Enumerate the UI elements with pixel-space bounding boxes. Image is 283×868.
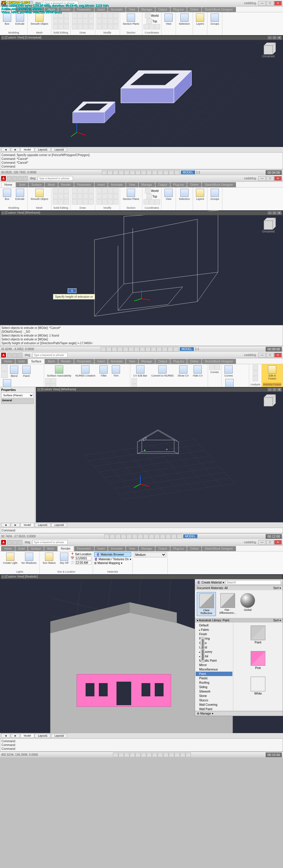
canvas-house-wire[interactable] [36, 387, 283, 522]
time-input[interactable] [75, 561, 91, 565]
status-toggle-icon[interactable] [106, 347, 112, 351]
tab-view[interactable]: View [126, 546, 138, 551]
tab-mesh[interactable]: Mesh [44, 546, 57, 551]
scale-label[interactable]: 1:1 [196, 171, 200, 174]
tab-sketchbook-designer[interactable]: SketchBook Designer [202, 182, 236, 187]
tab-render[interactable]: Render [58, 182, 74, 187]
patch-button[interactable]: Patch [21, 365, 32, 378]
status-toggle-icon[interactable] [118, 752, 124, 757]
status-toggle-icon[interactable] [145, 347, 151, 351]
analysis-icon[interactable] [253, 365, 258, 370]
minimize-button[interactable]: — [258, 1, 266, 6]
modify-icon[interactable] [113, 19, 118, 24]
viewport-1[interactable]: [-] [Custom View] [Conceptual] —□✕ Unnam… [0, 35, 283, 147]
viewport-3[interactable]: [-] [Custom View] [Wireframe] —□✕ [36, 387, 283, 522]
selection-button[interactable]: Selection [177, 13, 192, 26]
status-toggle-icon[interactable] [104, 534, 109, 539]
solid-edit-icon[interactable] [53, 194, 58, 199]
status-toggle-icon[interactable] [171, 534, 176, 539]
tab-view[interactable]: View [126, 182, 138, 187]
tab-manage[interactable]: Manage [139, 359, 155, 364]
layout-tab-layout2[interactable]: Layout2 [51, 523, 67, 527]
project-button[interactable]: Project... [223, 378, 237, 387]
canvas-conceptual[interactable] [0, 35, 283, 147]
layout-tab-model[interactable]: Model [21, 523, 34, 527]
surf-create-icon[interactable] [1, 372, 8, 378]
status-toggle-icon[interactable] [121, 534, 126, 539]
tab-surface[interactable]: Surface [28, 359, 45, 364]
modify-icon[interactable] [108, 188, 113, 193]
category-item[interactable]: Stone [196, 694, 232, 698]
tab-online[interactable]: Online [187, 7, 201, 12]
manage-dropdown[interactable]: Manage [200, 712, 211, 715]
properties-category[interactable]: General [1, 399, 34, 404]
draw-icon[interactable] [83, 194, 88, 199]
status-toggle-icon[interactable] [112, 347, 117, 351]
tab-mesh[interactable]: Mesh [45, 359, 58, 364]
tab-mesh[interactable]: Mesh [45, 182, 58, 187]
tab-nav-icon[interactable]: ◄ [1, 523, 10, 527]
curve-icon[interactable] [215, 365, 220, 370]
tab-output[interactable]: Output [155, 7, 170, 12]
surface-assoc-button[interactable]: Surface Associativity [45, 365, 73, 378]
model-space-button[interactable]: MODEL [180, 347, 194, 351]
hide-cv-button[interactable]: Hide CV [191, 365, 204, 378]
selection-button[interactable]: Selection [177, 188, 192, 201]
category-item[interactable]: Wall Paint [196, 707, 232, 711]
groups-button[interactable]: Groups [208, 13, 221, 26]
tab-insert[interactable]: Insert [94, 359, 108, 364]
solid-edit-icon[interactable] [53, 199, 58, 205]
vp-minimize-icon[interactable]: — [268, 211, 272, 215]
status-toggle-icon[interactable] [146, 752, 152, 757]
maximize-button[interactable]: □ [266, 540, 274, 545]
tab-nav-icon[interactable]: ◄ [1, 734, 10, 738]
modify-icon[interactable] [96, 188, 102, 193]
command-area-3[interactable]: Command: [0, 528, 283, 533]
category-item[interactable]: Paint [196, 672, 232, 676]
library-header[interactable]: ▾ Autodesk Library: Paint [197, 619, 229, 622]
status-toggle-icon[interactable] [117, 347, 123, 351]
materials-browser-tab[interactable]: Materials Browser [201, 637, 205, 662]
qat-icon[interactable] [7, 540, 12, 545]
material-mapping-button[interactable]: ⊞ Material Mapping ▾ [94, 561, 131, 565]
solid-edit-icon[interactable] [58, 188, 63, 193]
cv-edit-bar-button[interactable]: CV Edit Bar [132, 365, 149, 378]
qat-icon[interactable] [23, 176, 28, 181]
status-toggle-icon[interactable] [140, 347, 145, 351]
status-toggle-icon[interactable] [132, 534, 137, 539]
tab-plug-ins[interactable]: Plug-ins [170, 546, 187, 551]
modify-icon[interactable] [108, 19, 113, 24]
status-toggle-icon[interactable] [163, 170, 169, 175]
draw-icon[interactable] [72, 194, 77, 199]
autocad-logo-icon[interactable]: A [1, 540, 6, 545]
modify-icon[interactable] [96, 194, 102, 199]
sort-dropdown[interactable]: Sort ▾ [273, 619, 281, 622]
solid-edit-icon[interactable] [53, 13, 58, 18]
modify-icon[interactable] [113, 194, 118, 199]
autocad-logo-icon[interactable]: A [1, 353, 6, 358]
solid-edit-icon[interactable] [58, 19, 63, 24]
category-item[interactable]: Sitework [196, 689, 232, 694]
cv-icon[interactable] [132, 384, 137, 387]
category-item[interactable]: Siding [196, 685, 232, 689]
status-toggle-icon[interactable] [110, 534, 115, 539]
status-toggle-icon[interactable] [129, 347, 134, 351]
solid-edit-icon[interactable] [58, 199, 63, 205]
draw-icon[interactable] [83, 188, 88, 193]
category-item[interactable]: Fabric [196, 627, 232, 632]
tab-home[interactable]: Home [1, 359, 15, 364]
draw-icon[interactable] [89, 199, 94, 205]
sky-off-button[interactable]: Sky Off [58, 552, 70, 565]
section-plane-button[interactable]: Section Plane [121, 13, 141, 26]
status-toggle-icon[interactable] [143, 534, 148, 539]
create-material-dropdown[interactable]: Create Material [201, 581, 222, 584]
search-input[interactable] [32, 540, 68, 545]
close-button[interactable]: ✕ [274, 176, 282, 181]
autocad-logo-icon[interactable]: A [1, 176, 6, 181]
groups-button[interactable]: Groups [208, 188, 221, 201]
tab-annotate[interactable]: Annotate [108, 182, 125, 187]
swatch-pink[interactable]: Pink [235, 650, 281, 671]
status-toggle-icon[interactable] [163, 752, 169, 757]
status-toggle-icon[interactable] [126, 534, 132, 539]
analysis-icon[interactable] [253, 376, 258, 381]
